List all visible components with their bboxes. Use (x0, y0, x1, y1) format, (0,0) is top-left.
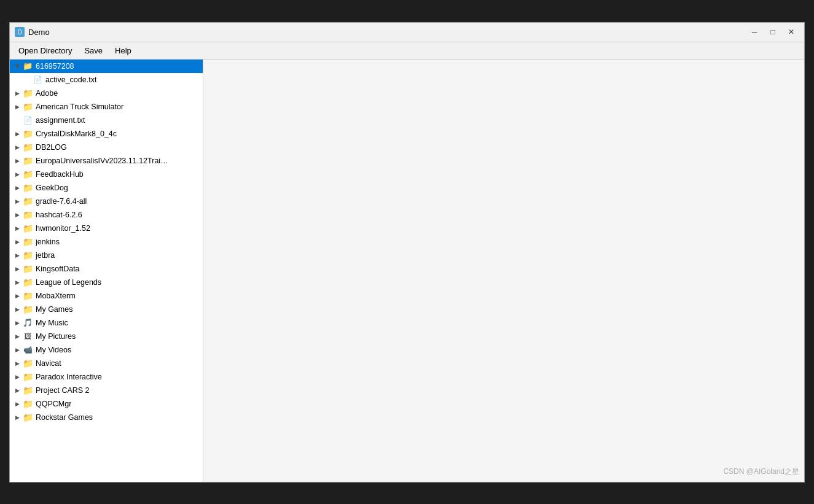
tree-panel[interactable]: 📁 616957208 📄 active_code.txt 📁 Adobe 📁 (10, 60, 203, 482)
list-item[interactable]: 📁 CrystalDiskMark8_0_4c (10, 127, 203, 141)
list-item[interactable]: 📁 Adobe (10, 87, 203, 100)
expand-icon[interactable] (12, 196, 22, 206)
item-label: active_code.txt (45, 76, 96, 84)
item-label: My Music (36, 319, 68, 327)
folder-icon: 📁 (22, 277, 33, 287)
expand-icon[interactable] (12, 250, 22, 260)
folder-icon: 📁 (22, 399, 33, 409)
list-item[interactable]: 📄 active_code.txt (10, 73, 203, 87)
tree-root-item[interactable]: 📁 616957208 (10, 60, 203, 73)
folder-icon: 📁 (22, 102, 33, 112)
list-item[interactable]: 📁 Paradox Interactive (10, 370, 203, 384)
item-label: assignment.txt (36, 116, 85, 125)
item-label: Paradox Interactive (36, 373, 102, 381)
expand-icon[interactable] (12, 223, 22, 233)
expand-icon[interactable] (12, 129, 22, 139)
list-item[interactable]: 📁 American Truck Simulator (10, 100, 203, 114)
folder-icon: 📁 (22, 156, 33, 166)
list-item[interactable]: 📁 Rockstar Games (10, 411, 203, 424)
close-button[interactable]: ✕ (783, 26, 799, 38)
expand-icon[interactable] (12, 169, 22, 179)
expand-icon[interactable] (12, 359, 22, 368)
list-item[interactable]: 📁 GeekDog (10, 181, 203, 195)
item-label: FeedbackHub (36, 170, 84, 179)
menu-bar: Open Directory Save Help (10, 42, 804, 60)
folder-icon: 📁 (22, 291, 33, 301)
app-window: D Demo ─ □ ✕ Open Directory Save Help 📁 … (9, 22, 805, 483)
expand-icon[interactable] (12, 304, 22, 314)
expand-icon[interactable] (12, 183, 22, 193)
list-item[interactable]: 📁 jenkins (10, 235, 203, 249)
expand-icon[interactable] (12, 386, 22, 395)
expand-icon[interactable] (12, 413, 22, 422)
folder-icon: 📁 (22, 169, 33, 179)
list-item[interactable]: 🎵 My Music (10, 316, 203, 330)
list-item[interactable]: 📁 QQPCMgr (10, 397, 203, 411)
expand-icon[interactable] (12, 277, 22, 287)
expand-icon[interactable] (12, 142, 22, 152)
list-item[interactable]: 📁 FeedbackHub (10, 168, 203, 181)
window-controls: ─ □ ✕ (746, 26, 799, 38)
menu-open-directory[interactable]: Open Directory (12, 44, 78, 58)
expand-icon[interactable] (12, 156, 22, 166)
folder-icon: 📁 (22, 196, 33, 206)
watermark: CSDN @AIGoland之星 (723, 467, 799, 477)
minimize-button[interactable]: ─ (746, 26, 762, 38)
folder-icon: 📁 (22, 304, 33, 314)
expand-icon[interactable] (12, 331, 22, 341)
expand-icon[interactable] (12, 237, 22, 247)
item-label: My Pictures (36, 332, 76, 341)
pictures-folder-icon: 🖼 (22, 331, 33, 341)
expand-icon[interactable] (12, 210, 22, 220)
window-title: Demo (28, 28, 746, 37)
expand-icon[interactable] (12, 264, 22, 274)
list-item[interactable]: 📁 jetbra (10, 249, 203, 262)
menu-save[interactable]: Save (78, 44, 109, 58)
file-icon: 📄 (32, 75, 43, 85)
folder-icon: 📁 (22, 372, 33, 382)
maximize-button[interactable]: □ (765, 26, 781, 38)
list-item[interactable]: 📹 My Videos (10, 343, 203, 357)
item-label: EuropaUniversalisIVv2023.11.12Trainer_ (36, 157, 171, 165)
expand-icon[interactable] (12, 345, 22, 355)
list-item[interactable]: 📁 Project CARS 2 (10, 384, 203, 397)
list-item[interactable]: 📄 assignment.txt (10, 114, 203, 127)
expand-icon[interactable] (12, 399, 22, 409)
root-expand-icon[interactable] (12, 61, 22, 71)
folder-icon: 📁 (22, 386, 33, 395)
list-item[interactable]: 📁 League of Legends (10, 276, 203, 289)
folder-icon: 📁 (22, 210, 33, 220)
folder-icon: 📁 (22, 264, 33, 274)
expand-icon[interactable] (12, 88, 22, 98)
folder-icon: 📁 (22, 223, 33, 233)
item-label: jetbra (36, 251, 55, 260)
title-bar: D Demo ─ □ ✕ (10, 23, 804, 42)
item-label: hashcat-6.2.6 (36, 211, 82, 219)
list-item[interactable]: 📁 hashcat-6.2.6 (10, 208, 203, 222)
list-item[interactable]: 📁 My Games (10, 303, 203, 316)
list-item[interactable]: 📁 Navicat (10, 357, 203, 370)
item-label: Adobe (36, 89, 58, 98)
folder-icon: 📁 (22, 88, 33, 98)
list-item[interactable]: 📁 KingsoftData (10, 262, 203, 276)
list-item[interactable]: 📁 hwmonitor_1.52 (10, 222, 203, 235)
folder-icon: 📁 (22, 413, 33, 422)
music-folder-icon: 🎵 (22, 318, 33, 328)
list-item[interactable]: 📁 MobaXterm (10, 289, 203, 303)
folder-icon: 📁 (22, 183, 33, 193)
menu-help[interactable]: Help (109, 44, 138, 58)
list-item[interactable]: 🖼 My Pictures (10, 330, 203, 343)
list-item[interactable]: 📁 EuropaUniversalisIVv2023.11.12Trainer_ (10, 154, 203, 168)
item-label: MobaXterm (36, 292, 76, 300)
item-label: KingsoftData (36, 265, 80, 273)
item-label: League of Legends (36, 278, 101, 287)
folder-icon: 📁 (22, 250, 33, 260)
item-label: American Truck Simulator (36, 103, 123, 111)
expand-icon[interactable] (12, 291, 22, 301)
list-item[interactable]: 📁 DB2LOG (10, 141, 203, 154)
expand-icon[interactable] (12, 372, 22, 382)
expand-icon[interactable] (12, 318, 22, 328)
videos-folder-icon: 📹 (22, 345, 33, 355)
expand-icon[interactable] (12, 102, 22, 112)
list-item[interactable]: 📁 gradle-7.6.4-all (10, 195, 203, 208)
